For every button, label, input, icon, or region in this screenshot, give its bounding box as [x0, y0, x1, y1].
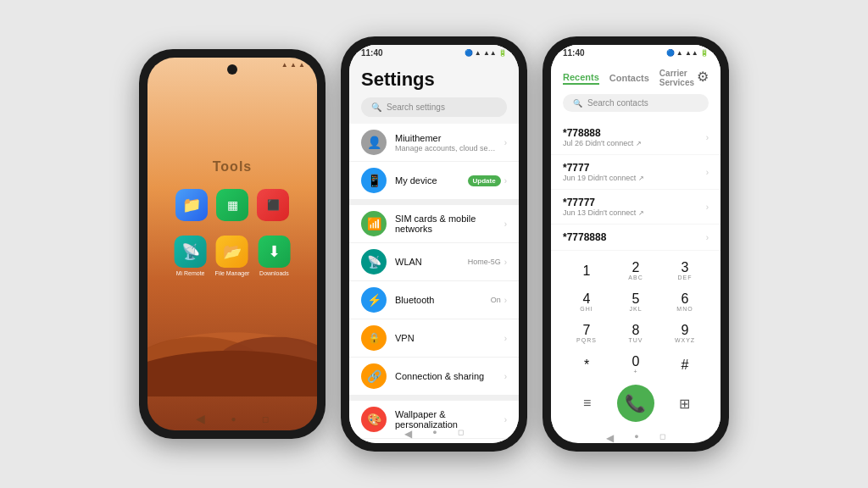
voicemail-btn[interactable]: ≡ — [569, 385, 606, 422]
miuithemer-label: Miuithemer — [395, 133, 496, 143]
settings-item-mydevice[interactable]: 📱 My device Update › — [349, 162, 519, 200]
tab-recents[interactable]: Recents — [563, 72, 599, 85]
phone-settings-icon[interactable]: ⚙ — [697, 69, 709, 85]
mydevice-right: Update › — [468, 175, 507, 186]
dial-key-0[interactable]: 0 + — [612, 350, 659, 380]
home-btn[interactable]: ● — [231, 414, 236, 424]
settings-search-bar[interactable]: 🔍 Search settings — [361, 97, 507, 117]
dial-key-5[interactable]: 5 JKL — [612, 287, 659, 317]
settings-item-wlan[interactable]: 📡 WLAN Home-5G › — [349, 243, 519, 281]
call-info-2: *7777 Jun 19 Didn't connect ↗ — [563, 162, 706, 182]
dialpad-bottom: ≡ 📞 ⊞ — [563, 380, 709, 425]
mi-remote-label: Mi Remote — [176, 270, 205, 276]
vpn-text: VPN — [395, 333, 496, 343]
chevron-icon-2: › — [504, 176, 507, 186]
phone-app-screen: 11:40 🔵 ▲ ▲▲ 🔋 ⚙ Recents Contacts Carrie… — [551, 45, 721, 443]
call-item-4[interactable]: *7778888 › — [551, 225, 721, 251]
miuithemer-sub: Manage accounts, cloud services, and mor… — [395, 144, 496, 152]
vpn-right: › — [504, 334, 507, 343]
chevron-icon-3: › — [504, 219, 507, 229]
miuithemer-text: Miuithemer Manage accounts, cloud servic… — [395, 133, 496, 152]
nav-bar-2: ◀ ● ◻ — [349, 428, 519, 440]
wlan-right: Home-5G › — [468, 258, 507, 267]
call-item-3[interactable]: *77777 Jun 13 Didn't connect ↗ › — [551, 190, 721, 225]
call-chevron-4: › — [706, 233, 709, 242]
settings-item-vpn[interactable]: 🔒 VPN › — [349, 319, 519, 358]
home-btn-3[interactable]: ● — [634, 432, 638, 443]
status-bar-1: ▲ ▲ ▲ — [147, 58, 317, 70]
back-btn-2[interactable]: ◀ — [404, 428, 412, 440]
dial-key-8[interactable]: 8 TUV — [612, 319, 659, 348]
app-icons-row-1: 📁 ▦ ⬛ — [175, 189, 289, 221]
dialpad-grid: 1 2 ABC 3 DEF 4 GHI — [563, 256, 709, 380]
call-status-2: Jun 19 Didn't connect ↗ — [563, 174, 706, 182]
settings-item-connection[interactable]: 🔗 Connection & sharing › — [349, 358, 519, 396]
mi-remote-icon[interactable]: 📡 — [175, 236, 207, 268]
mydevice-text: My device — [395, 175, 459, 186]
call-item-1[interactable]: *778888 Jul 26 Didn't connect ↗ › — [551, 120, 721, 155]
dial-key-star[interactable]: * — [563, 350, 610, 380]
chevron-icon-4: › — [504, 258, 507, 267]
status-icons-3: 🔵 ▲ ▲▲ 🔋 — [666, 49, 709, 57]
downloads-icon[interactable]: ⬇ — [258, 236, 290, 268]
back-btn-3[interactable]: ◀ — [606, 432, 614, 443]
file-manager-icon[interactable]: 📂 — [216, 236, 248, 268]
sim-text: SIM cards & mobile networks — [395, 214, 496, 234]
call-chevron-3: › — [706, 202, 709, 212]
wlan-label: WLAN — [395, 257, 459, 267]
sim-icon: 📶 — [361, 211, 387, 236]
screenshot-app-icon[interactable]: ⬛ — [257, 189, 289, 221]
recents-btn[interactable]: ◻ — [262, 414, 269, 424]
update-badge: Update — [468, 175, 501, 186]
dial-key-6[interactable]: 6 MNO — [661, 287, 709, 317]
svg-point-3 — [147, 351, 317, 396]
dial-key-7[interactable]: 7 PQRS — [563, 319, 610, 348]
status-bar-3: 11:40 🔵 ▲ ▲▲ 🔋 — [551, 45, 721, 59]
vpn-label: VPN — [395, 333, 496, 343]
call-item-2[interactable]: *7777 Jun 19 Didn't connect ↗ › — [551, 155, 721, 190]
call-button[interactable]: 📞 — [617, 385, 654, 422]
file-manager-label: File Manager — [215, 270, 250, 276]
wlan-text: WLAN — [395, 257, 459, 267]
chevron-icon-8: › — [504, 415, 507, 424]
bluetooth-label: Bluetooth — [395, 295, 482, 305]
call-chevron-1: › — [706, 133, 709, 142]
search-placeholder: Search settings — [387, 103, 445, 112]
wallpaper-label: Wallpaper & personalization — [395, 409, 496, 430]
sim-label: SIM cards & mobile networks — [395, 214, 496, 234]
file-app-icon[interactable]: 📁 — [175, 189, 208, 221]
bluetooth-right: On › — [491, 296, 507, 305]
vpn-icon: 🔒 — [361, 325, 387, 351]
bluetooth-icon: ⚡ — [361, 287, 387, 313]
dial-key-9[interactable]: 9 WXYZ — [661, 319, 709, 348]
settings-item-sim[interactable]: 📶 SIM cards & mobile networks › — [349, 205, 519, 243]
home-btn-2[interactable]: ● — [432, 428, 437, 440]
search-icon: 🔍 — [371, 103, 381, 112]
phone-search-bar[interactable]: 🔍 Search contacts — [563, 94, 709, 112]
settings-item-bluetooth[interactable]: ⚡ Bluetooth On › — [349, 281, 519, 319]
recents-btn-2[interactable]: ◻ — [458, 428, 464, 440]
back-btn[interactable]: ◀ — [196, 412, 205, 425]
phone-tabs: Recents Contacts Carrier Services — [563, 69, 709, 87]
status-icons-2: 🔵 ▲ ▲▲ 🔋 — [465, 49, 507, 57]
keypad-btn[interactable]: ⊞ — [665, 385, 703, 422]
dial-key-1[interactable]: 1 — [563, 256, 610, 286]
wallpaper-text: Wallpaper & personalization — [395, 409, 496, 430]
call-number-3: *77777 — [563, 197, 706, 208]
mydevice-icon: 📱 — [361, 168, 387, 193]
bluetooth-text: Bluetooth — [395, 295, 482, 305]
call-chevron-2: › — [706, 168, 709, 177]
recents-btn-3[interactable]: ◻ — [659, 432, 665, 443]
call-status-1: Jul 26 Didn't connect ↗ — [563, 139, 706, 147]
dial-key-4[interactable]: 4 GHI — [563, 287, 610, 317]
settings-item-miuithemer[interactable]: 👤 Miuithemer Manage accounts, cloud serv… — [349, 124, 519, 162]
dial-key-hash[interactable]: # — [661, 350, 709, 380]
tab-contacts[interactable]: Contacts — [609, 73, 649, 83]
qr-app-icon[interactable]: ▦ — [216, 189, 248, 221]
dialpad: 1 2 ABC 3 DEF 4 GHI — [551, 251, 721, 430]
sim-right: › — [504, 219, 507, 229]
dial-key-2[interactable]: 2 ABC — [612, 256, 659, 286]
call-number-4: *7778888 — [563, 231, 706, 243]
wlan-status: Home-5G — [468, 258, 501, 266]
dial-key-3[interactable]: 3 DEF — [661, 256, 709, 286]
